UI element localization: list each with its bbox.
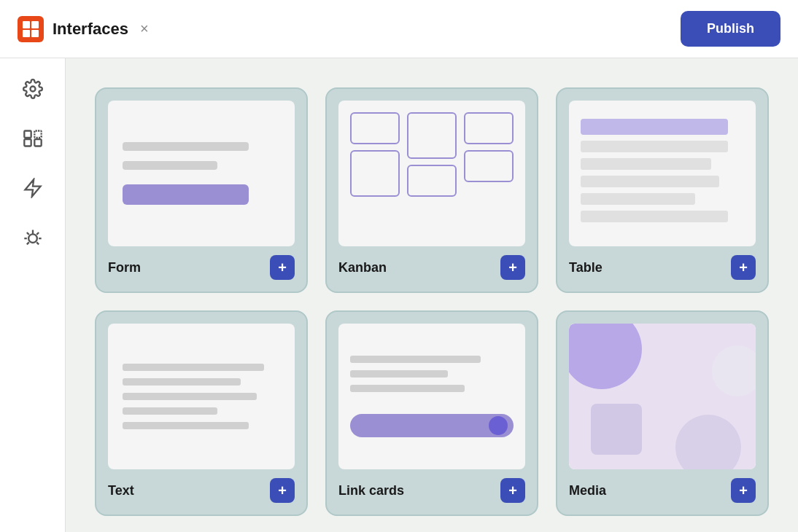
link-cards-add-button[interactable]: + [500,478,525,503]
media-card-footer: Media + [569,478,756,503]
table-header [581,119,728,135]
table-card-footer: Table + [569,255,756,280]
card-media: Media + [556,310,769,516]
publish-button[interactable]: Publish [681,11,780,47]
bug-icon [23,227,43,248]
settings-icon [23,79,43,99]
text-line [123,378,241,386]
header: Interfaces × Publish [0,0,798,58]
kanban-col-3 [464,112,514,182]
kanban-col-2 [407,112,457,197]
text-line [123,422,249,429]
kanban-card [407,165,457,197]
table-row [581,176,719,187]
text-label: Text [108,483,134,498]
svg-rect-8 [24,139,31,146]
form-line [123,142,249,151]
kanban-card-footer: Kanban + [338,255,525,280]
kanban-card [350,150,400,197]
table-row [581,193,695,205]
svg-rect-6 [24,131,31,138]
form-add-button[interactable]: + [270,255,295,280]
component-icon [23,128,43,149]
table-row [581,141,728,152]
svg-rect-3 [23,30,30,37]
link-card-line [350,370,448,378]
content-area: Form + [66,58,798,532]
media-preview [569,324,756,469]
svg-rect-0 [18,16,44,42]
svg-rect-7 [34,131,41,138]
kanban-card [407,112,457,159]
link-card-line [350,356,481,363]
svg-rect-9 [34,139,41,146]
svg-marker-10 [25,179,40,196]
form-card-footer: Form + [108,255,295,280]
form-button [123,184,249,205]
svg-point-5 [30,87,35,92]
card-text: Text + [95,310,308,516]
table-preview [569,101,756,246]
link-card-bar [350,414,514,437]
form-label: Form [108,260,141,275]
link-cards-label: Link cards [338,483,404,498]
table-row [581,211,728,222]
text-preview [108,324,295,469]
link-card-circle [489,416,508,435]
link-cards-footer: Link cards + [338,478,525,503]
table-add-button[interactable]: + [731,255,756,280]
card-form: Form + [95,87,308,293]
table-row [581,158,711,170]
kanban-card [464,112,514,144]
sidebar-item-automations[interactable] [20,175,46,201]
svg-rect-2 [31,21,39,28]
card-link-cards: Link cards + [325,310,538,516]
text-line [123,364,264,371]
media-add-button[interactable]: + [731,478,756,503]
kanban-col-1 [350,112,400,197]
text-add-button[interactable]: + [270,478,295,503]
media-shape-4 [591,404,642,455]
table-label: Table [569,260,603,275]
text-card-footer: Text + [108,478,295,503]
logo-icon [18,16,44,42]
header-left: Interfaces × [18,16,149,42]
svg-rect-1 [23,21,30,28]
link-card-line [350,385,465,392]
kanban-add-button[interactable]: + [500,255,525,280]
sidebar [0,58,66,532]
main-layout: Form + [0,58,798,532]
kanban-label: Kanban [338,260,387,275]
card-table: Table + [556,87,769,293]
link-cards-preview [338,324,525,469]
svg-point-11 [28,234,37,243]
sidebar-item-debug[interactable] [20,224,46,251]
text-line [123,393,257,400]
card-kanban: Kanban + [325,87,538,293]
kanban-card [464,150,514,182]
app-title: Interfaces [53,20,128,39]
svg-rect-4 [31,30,39,37]
sidebar-item-components[interactable] [20,125,46,152]
lightning-icon [23,178,43,198]
kanban-preview [338,101,525,246]
media-label: Media [569,483,606,498]
kanban-card [350,112,400,144]
text-line [123,407,217,415]
form-preview [108,101,295,246]
interface-grid: Form + [95,87,769,516]
sidebar-item-settings[interactable] [20,76,46,102]
form-line [123,161,217,170]
close-icon[interactable]: × [140,20,149,37]
